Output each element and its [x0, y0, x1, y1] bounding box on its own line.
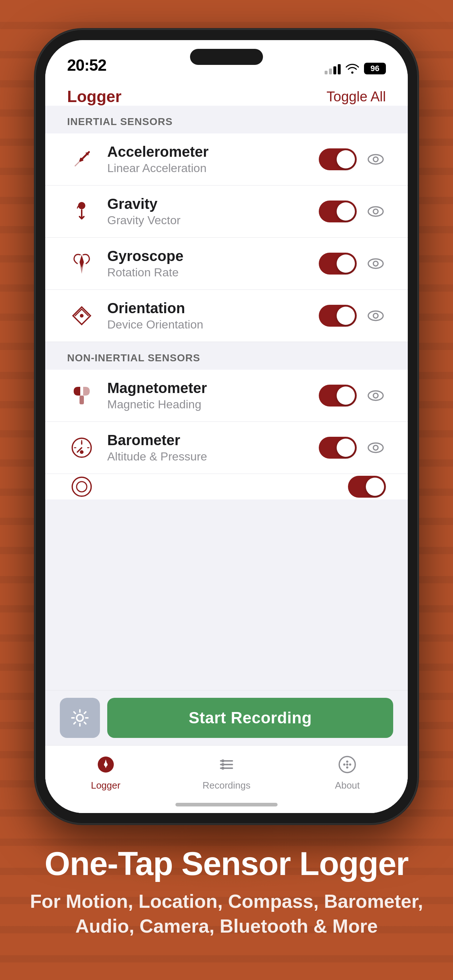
signal-icon [325, 63, 341, 75]
barometer-eye[interactable] [365, 438, 386, 458]
svg-point-14 [368, 391, 383, 400]
svg-point-8 [368, 259, 383, 268]
accelerometer-row: Accelerometer Linear Acceleration [45, 134, 408, 186]
app-store-title: One-Tap Sensor Logger [0, 846, 453, 882]
phone-wrapper: 20:52 96 [35, 29, 418, 824]
orientation-eye[interactable] [365, 305, 386, 326]
tab-recordings[interactable]: Recordings [166, 753, 287, 791]
start-recording-label: Start Recording [188, 709, 312, 727]
about-tab-icon [335, 753, 359, 776]
svg-point-32 [346, 760, 348, 763]
recordings-tab-label: Recordings [203, 780, 250, 791]
orientation-row: Orientation Device Orientation [45, 290, 408, 342]
inertial-section-label: INERTIAL SENSORS [67, 116, 172, 127]
accelerometer-icon [67, 145, 96, 174]
wifi-icon [346, 64, 359, 74]
orientation-toggle[interactable] [319, 305, 357, 327]
app-content: Logger Toggle All INERTIAL SENSORS [45, 80, 408, 813]
home-indicator [175, 803, 278, 807]
gravity-eye[interactable] [365, 201, 386, 222]
battery-icon: 96 [364, 63, 386, 75]
barometer-toggle[interactable] [319, 437, 357, 459]
partial-sensor-icon [67, 474, 96, 500]
gravity-subtitle: Gravity Vector [107, 214, 308, 227]
svg-point-28 [222, 763, 224, 766]
magnetometer-info: Magnetometer Magnetic Heading [96, 380, 319, 411]
svg-point-4 [368, 207, 383, 216]
action-bar: Start Recording [45, 690, 408, 745]
svg-point-36 [349, 764, 351, 765]
svg-point-5 [373, 209, 378, 214]
barometer-row: Barometer Altitude & Pressure [45, 422, 408, 474]
gravity-toggle[interactable] [319, 200, 357, 223]
gravity-name: Gravity [107, 196, 308, 212]
svg-rect-13 [80, 396, 84, 404]
partial-sensor-controls [348, 476, 386, 498]
header-title: Logger [67, 88, 121, 106]
battery-level: 96 [370, 64, 379, 73]
svg-point-19 [373, 445, 378, 450]
svg-point-20 [72, 477, 91, 496]
app-header: Logger Toggle All [45, 80, 408, 106]
magnetometer-eye[interactable] [365, 385, 386, 406]
accelerometer-controls [319, 148, 386, 170]
gyroscope-toggle[interactable] [319, 253, 357, 275]
accelerometer-info: Accelerometer Linear Acceleration [96, 144, 319, 175]
orientation-controls [319, 305, 386, 327]
non-inertial-section-label: NON-INERTIAL SENSORS [67, 352, 200, 363]
tab-logger[interactable]: Logger [45, 753, 166, 791]
svg-point-24 [104, 763, 108, 766]
accelerometer-eye[interactable] [365, 149, 386, 170]
gyroscope-icon [67, 249, 96, 278]
gravity-row: Gravity Gravity Vector [45, 186, 408, 238]
gravity-icon [67, 197, 96, 226]
svg-point-12 [373, 313, 378, 318]
barometer-name: Barometer [107, 432, 308, 449]
about-tab-label: About [335, 780, 360, 791]
gravity-info: Gravity Gravity Vector [96, 196, 319, 227]
toggle-all-button[interactable]: Toggle All [327, 89, 386, 105]
accelerometer-name: Accelerometer [107, 144, 308, 160]
svg-point-21 [77, 482, 87, 492]
gyroscope-row: Gyroscope Rotation Rate [45, 238, 408, 290]
svg-point-34 [346, 766, 348, 768]
gyroscope-info: Gyroscope Rotation Rate [96, 248, 319, 279]
svg-point-15 [373, 393, 378, 398]
gyroscope-subtitle: Rotation Rate [107, 266, 308, 279]
svg-marker-6 [80, 255, 84, 268]
gyroscope-eye[interactable] [365, 253, 386, 274]
gravity-controls [319, 200, 386, 223]
accelerometer-toggle[interactable] [319, 148, 357, 170]
logger-tab-label: Logger [91, 780, 120, 791]
orientation-info: Orientation Device Orientation [96, 300, 319, 331]
svg-point-22 [77, 714, 83, 721]
content-spacer [45, 500, 408, 690]
status-time: 20:52 [67, 56, 107, 75]
svg-point-30 [222, 767, 224, 770]
svg-point-2 [373, 157, 378, 162]
svg-point-1 [368, 154, 383, 164]
gyroscope-name: Gyroscope [107, 248, 308, 264]
app-store-text: One-Tap Sensor Logger For Motion, Locati… [0, 846, 453, 939]
magnetometer-controls [319, 385, 386, 407]
app-store-subtitle: For Motion, Location, Compass, Barometer… [0, 889, 453, 939]
magnetometer-subtitle: Magnetic Heading [107, 398, 308, 411]
tab-about[interactable]: About [287, 753, 408, 791]
barometer-controls [319, 437, 386, 459]
svg-point-3 [78, 202, 85, 209]
orientation-name: Orientation [107, 300, 308, 317]
svg-point-35 [343, 764, 345, 765]
inertial-sensor-list: Accelerometer Linear Acceleration [45, 134, 408, 342]
svg-point-9 [373, 261, 378, 266]
magnetometer-icon [67, 381, 96, 410]
partial-sensor-toggle[interactable] [348, 476, 386, 498]
magnetometer-toggle[interactable] [319, 385, 357, 407]
svg-point-10 [80, 314, 83, 318]
svg-point-33 [346, 764, 348, 765]
gyroscope-controls [319, 253, 386, 275]
recordings-tab-icon [215, 753, 238, 776]
settings-button[interactable] [60, 698, 100, 738]
barometer-icon [67, 433, 96, 462]
magnetometer-name: Magnetometer [107, 380, 308, 396]
start-recording-button[interactable]: Start Recording [107, 698, 393, 738]
